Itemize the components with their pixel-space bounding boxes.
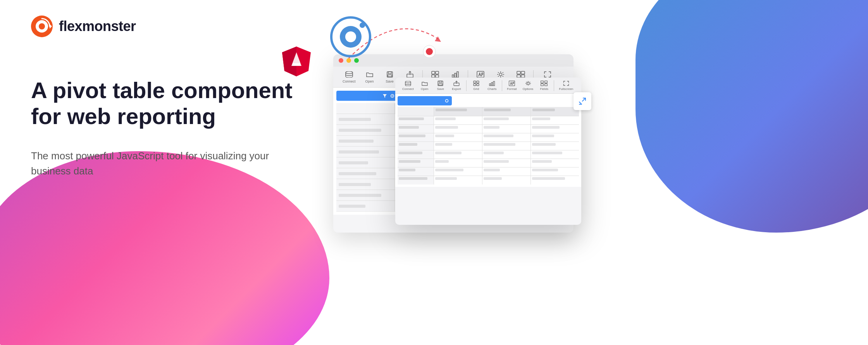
sub-grid-icon [473,80,480,86]
sub-charts-icon [489,80,496,86]
svg-point-11 [345,31,356,42]
filter-bar [336,91,398,101]
toolbar-open[interactable]: Open [360,69,379,85]
svg-rect-49 [541,81,544,83]
svg-point-14 [426,48,433,55]
svg-rect-20 [432,71,435,74]
fields-icon [516,71,525,78]
options-icon [496,71,505,78]
sub-toolbar-format: Format [505,79,519,92]
subheadline: The most powerful JavaScript tool for vi… [31,148,293,179]
svg-rect-44 [489,84,491,86]
database-icon [344,71,354,78]
svg-rect-30 [521,71,525,74]
svg-rect-38 [439,84,442,85]
content-left: A pivot table component for web reportin… [31,78,293,179]
fullscreen-icon [543,71,552,78]
expand-arrow-icon [578,97,587,105]
svg-rect-40 [474,81,476,83]
svg-point-33 [391,94,394,97]
svg-rect-29 [517,71,520,74]
svg-rect-25 [455,73,456,78]
sub-fields-icon [541,80,548,86]
background-blob-right [636,0,868,233]
toolbar-connect[interactable]: Connect [339,69,359,85]
svg-rect-23 [436,75,439,78]
svg-rect-31 [517,75,520,78]
svg-marker-4 [435,36,441,42]
save-icon [385,71,394,78]
sub-pivot-grid [398,107,579,185]
ionic-logo [329,16,372,60]
angular-logo [279,45,314,81]
front-window-content [395,94,581,187]
sub-toolbar-grid: Grid [469,79,484,92]
toolbar-open-label: Open [365,79,374,83]
svg-rect-45 [491,83,493,86]
sub-toolbar-save: Save [433,79,448,92]
svg-rect-51 [541,84,544,86]
format-icon [476,71,485,78]
svg-point-15 [346,71,353,74]
sub-open-icon [421,80,428,86]
svg-point-2 [39,23,45,29]
svg-rect-8 [293,63,300,66]
export-icon [405,71,415,78]
toolbar-connect-label: Connect [343,79,356,83]
logo-icon [31,16,53,37]
svg-rect-21 [436,71,439,74]
sub-toolbar-fields: Fields [537,79,551,92]
charts-icon [451,71,460,78]
front-app-window: Connect Open Save Export Grid [395,78,581,225]
svg-point-48 [527,82,529,85]
sub-window-toolbar: Connect Open Save Export Grid [395,78,581,94]
sub-toolbar-options: Options [520,79,536,92]
grid-icon [431,71,440,78]
sub-filter-bar [398,96,452,105]
record-dot [422,45,436,60]
sub-fullscreen-icon [563,80,570,86]
svg-rect-22 [432,75,435,78]
sub-options-icon [525,80,532,86]
svg-point-35 [405,81,411,83]
logo-text: flexmonster [59,18,136,34]
sub-format-icon [508,80,515,86]
svg-point-34 [392,95,393,97]
sub-toolbar-open: Open [417,79,432,92]
svg-point-12 [360,22,365,28]
svg-rect-18 [388,75,392,77]
headline: A pivot table component for web reportin… [31,78,293,129]
svg-rect-52 [545,84,548,86]
svg-rect-46 [493,81,495,86]
expand-icon-button[interactable] [574,92,591,110]
svg-rect-43 [477,84,479,86]
sub-toolbar-fullscreen: Fullscreen [556,79,575,92]
header: flexmonster [31,16,136,37]
svg-rect-41 [477,81,479,83]
sub-toolbar-export: Export [449,79,464,92]
svg-rect-37 [439,81,442,83]
sub-toolbar-charts: Charts [485,79,499,92]
sub-database-icon [405,80,412,86]
svg-rect-42 [474,84,476,86]
svg-rect-32 [521,75,525,78]
sub-export-icon [453,80,460,86]
svg-rect-50 [545,81,548,83]
sub-save-icon [437,80,444,86]
svg-rect-26 [457,72,458,78]
svg-rect-24 [452,75,454,78]
toolbar-save-label: Save [386,79,394,83]
open-icon [365,71,374,78]
background-blob-bottom [0,151,329,345]
svg-rect-17 [388,72,391,74]
svg-point-53 [446,100,448,102]
svg-point-28 [499,73,502,76]
sub-toolbar-connect: Connect [400,79,416,92]
